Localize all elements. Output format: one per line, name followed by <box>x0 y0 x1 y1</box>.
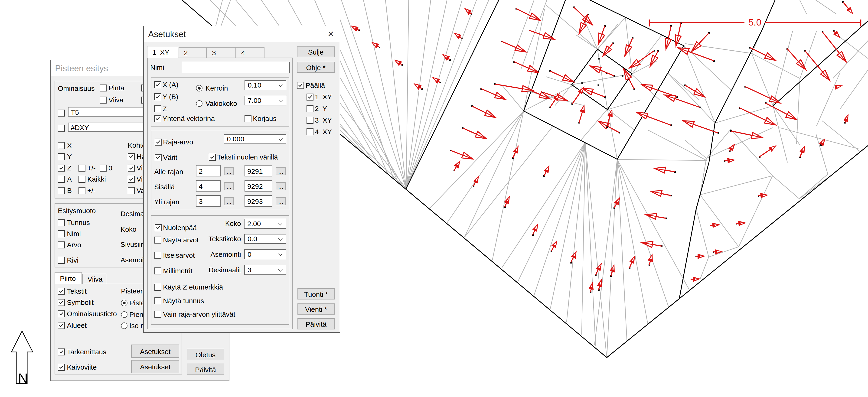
svg-text:5.0: 5.0 <box>748 17 762 27</box>
svg-text:N: N <box>18 370 28 386</box>
